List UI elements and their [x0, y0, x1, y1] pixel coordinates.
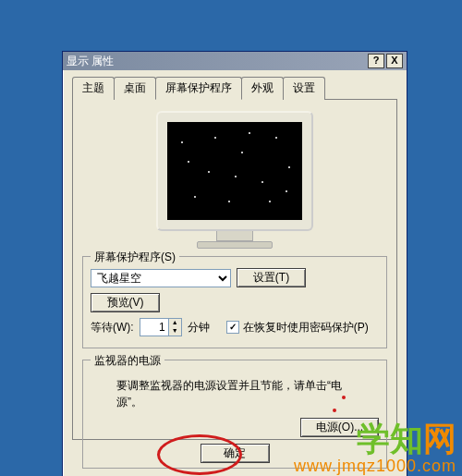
tab-themes[interactable]: 主题	[72, 77, 115, 100]
resume-password-label: 在恢复时使用密码保护(P)	[243, 320, 369, 336]
resume-password-checkbox[interactable]: ✓ 在恢复时使用密码保护(P)	[226, 320, 369, 336]
close-button[interactable]: X	[386, 54, 403, 68]
dialog-body: 主题 桌面 屏幕保护程序 外观 设置	[63, 70, 407, 467]
spinner-up-icon[interactable]: ▲	[168, 319, 181, 327]
wait-unit: 分钟	[188, 320, 210, 336]
monitor-preview	[156, 111, 313, 249]
monitor-body	[156, 111, 313, 231]
preview-button[interactable]: 预览(V)	[91, 293, 160, 312]
title-bar[interactable]: 显示 属性 ? X	[63, 52, 407, 70]
screensaver-group-label: 屏幕保护程序(S)	[91, 250, 179, 265]
spinner-down-icon[interactable]: ▼	[168, 327, 181, 336]
screensaver-group: 屏幕保护程序(S) 飞越星空 设置(T) 预览(V) 等待(W): ▲ ▼	[82, 256, 387, 348]
watermark-text-b: 网	[423, 420, 456, 458]
monitor-base	[197, 241, 273, 249]
tab-screensaver[interactable]: 屏幕保护程序	[155, 77, 242, 100]
tab-settings[interactable]: 设置	[283, 77, 325, 100]
tab-content-screensaver: 屏幕保护程序(S) 飞越星空 设置(T) 预览(V) 等待(W): ▲ ▼	[72, 100, 397, 440]
checkbox-icon: ✓	[226, 321, 239, 334]
window-title: 显示 属性	[67, 54, 366, 69]
wait-input[interactable]	[140, 319, 168, 336]
screensaver-select[interactable]: 飞越星空	[91, 269, 231, 287]
monitor-power-group-label: 监视器的电源	[91, 353, 164, 369]
monitor-power-text: 要调整监视器的电源设置并且节能，请单击“电 源”。	[116, 377, 379, 410]
tab-appearance[interactable]: 外观	[241, 77, 284, 100]
wait-label: 等待(W):	[91, 320, 134, 336]
settings-button[interactable]: 设置(T)	[237, 268, 306, 287]
monitor-stand	[216, 231, 253, 241]
monitor-screen	[167, 122, 302, 220]
tab-strip: 主题 桌面 屏幕保护程序 外观 设置	[72, 76, 397, 100]
help-button[interactable]: ?	[368, 54, 384, 68]
power-button[interactable]: 电源(O)...	[300, 418, 379, 437]
wait-spinner[interactable]: ▲ ▼	[140, 318, 182, 336]
tab-desktop[interactable]: 桌面	[114, 77, 156, 100]
display-properties-window: 显示 属性 ? X 主题 桌面 屏幕保护程序 外观 设置	[62, 51, 407, 476]
monitor-power-group: 监视器的电源 要调整监视器的电源设置并且节能，请单击“电 源”。 电源(O)..…	[82, 360, 387, 469]
